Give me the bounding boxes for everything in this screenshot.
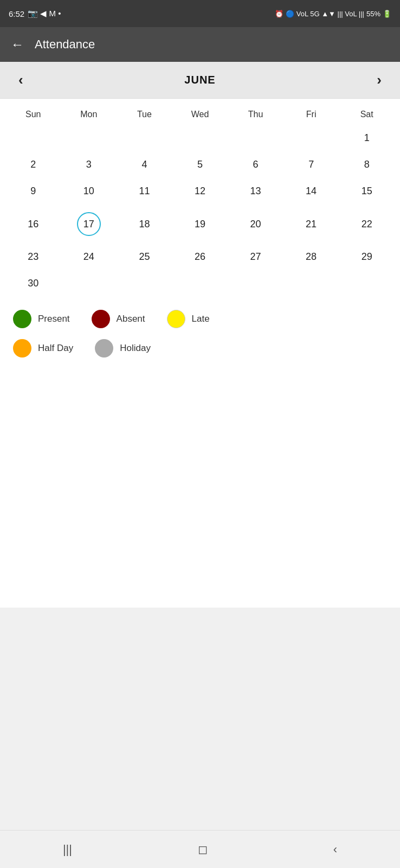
calendar-day-21[interactable]: 21 xyxy=(283,205,339,244)
calendar-day-11[interactable]: 11 xyxy=(117,178,172,205)
calendar-container: ‹ JUNE › Sun Mon Tue Wed Thu Fri Sat 123… xyxy=(0,62,400,608)
day-header-wed: Wed xyxy=(172,104,228,125)
day-header-mon: Mon xyxy=(61,104,117,125)
status-bar: 6:52 📷 ◀ M • ⏰ 🔵 VoL 5G ▲▼ ||| VoL ||| 5… xyxy=(0,0,400,27)
legend-present: Present xyxy=(13,310,70,328)
calendar-day-15[interactable]: 15 xyxy=(339,178,395,205)
bottom-area xyxy=(0,608,400,831)
calendar-day-22[interactable]: 22 xyxy=(339,205,395,244)
day-header-fri: Fri xyxy=(283,104,339,125)
day-header-sat: Sat xyxy=(339,104,395,125)
nav-back-button[interactable]: ‹ xyxy=(333,843,337,857)
calendar-day-6[interactable]: 6 xyxy=(228,151,283,178)
calendar-empty-5-6 xyxy=(339,270,395,297)
calendar-empty-5-1 xyxy=(61,270,117,297)
status-right: ⏰ 🔵 VoL 5G ▲▼ ||| VoL ||| 55% 🔋 xyxy=(275,10,391,18)
calendar-empty-0-2 xyxy=(117,125,172,151)
calendar-day-10[interactable]: 10 xyxy=(61,178,117,205)
calendar-day-7[interactable]: 7 xyxy=(283,151,339,178)
calendar-day-8[interactable]: 8 xyxy=(339,151,395,178)
calendar-day-30[interactable]: 30 xyxy=(5,270,61,297)
prev-month-button[interactable]: ‹ xyxy=(13,72,29,88)
page-title: Attendance xyxy=(35,37,95,52)
status-time: 6:52 xyxy=(9,9,24,18)
absent-dot xyxy=(92,310,110,328)
calendar-day-13[interactable]: 13 xyxy=(228,178,283,205)
legend-halfday: Half Day xyxy=(13,339,73,358)
calendar-day-19[interactable]: 19 xyxy=(172,205,228,244)
legend-holiday: Holiday xyxy=(95,339,151,358)
calendar-day-16[interactable]: 16 xyxy=(5,205,61,244)
today-indicator: 17 xyxy=(77,212,101,236)
calendar-empty-0-1 xyxy=(61,125,117,151)
holiday-dot xyxy=(95,339,113,358)
calendar-day-14[interactable]: 14 xyxy=(283,178,339,205)
calendar-day-18[interactable]: 18 xyxy=(117,205,172,244)
calendar-empty-5-4 xyxy=(228,270,283,297)
calendar-day-23[interactable]: 23 xyxy=(5,244,61,270)
next-month-button[interactable]: › xyxy=(371,72,387,88)
status-icons: 📷 ◀ M • xyxy=(28,9,61,18)
calendar-day-26[interactable]: 26 xyxy=(172,244,228,270)
halfday-dot xyxy=(13,339,31,358)
absent-label: Absent xyxy=(117,314,145,324)
nav-bar: ||| ◻ ‹ xyxy=(0,830,400,868)
calendar-day-29[interactable]: 29 xyxy=(339,244,395,270)
nav-recent-button[interactable]: ||| xyxy=(63,843,72,857)
legend-row-2: Half Day Holiday xyxy=(13,339,387,358)
legend-absent: Absent xyxy=(92,310,145,328)
late-dot xyxy=(167,310,185,328)
month-header: ‹ JUNE › xyxy=(0,62,400,99)
day-header-sun: Sun xyxy=(5,104,61,125)
battery-level: 55% xyxy=(366,10,380,18)
legend-row-1: Present Absent Late xyxy=(13,310,387,328)
calendar-day-24[interactable]: 24 xyxy=(61,244,117,270)
calendar-day-1[interactable]: 1 xyxy=(339,125,395,151)
calendar-day-4[interactable]: 4 xyxy=(117,151,172,178)
top-bar: ← Attendance xyxy=(0,27,400,62)
nav-home-button[interactable]: ◻ xyxy=(198,843,208,857)
calendar-day-20[interactable]: 20 xyxy=(228,205,283,244)
day-header-tue: Tue xyxy=(117,104,172,125)
legend: Present Absent Late Half Day Holiday xyxy=(0,297,400,374)
halfday-label: Half Day xyxy=(38,343,73,354)
calendar-empty-0-3 xyxy=(172,125,228,151)
calendar-day-3[interactable]: 3 xyxy=(61,151,117,178)
calendar-day-25[interactable]: 25 xyxy=(117,244,172,270)
calendar-day-9[interactable]: 9 xyxy=(5,178,61,205)
calendar-empty-0-4 xyxy=(228,125,283,151)
present-dot xyxy=(13,310,31,328)
calendar-empty-5-5 xyxy=(283,270,339,297)
signal-icons: 🔵 VoL 5G ▲▼ ||| VoL ||| xyxy=(286,10,364,18)
calendar-empty-0-5 xyxy=(283,125,339,151)
calendar-grid: 1234567891011121314151617181920212223242… xyxy=(0,125,400,297)
late-label: Late xyxy=(192,314,210,324)
calendar-day-28[interactable]: 28 xyxy=(283,244,339,270)
calendar-day-17[interactable]: 17 xyxy=(61,205,117,244)
status-left: 6:52 📷 ◀ M • xyxy=(9,9,61,18)
battery-icon: 🔋 xyxy=(383,10,391,18)
holiday-label: Holiday xyxy=(120,343,151,354)
calendar-empty-5-3 xyxy=(172,270,228,297)
day-headers: Sun Mon Tue Wed Thu Fri Sat xyxy=(0,99,400,125)
month-title: JUNE xyxy=(184,74,215,86)
present-label: Present xyxy=(38,314,70,324)
day-header-thu: Thu xyxy=(228,104,283,125)
calendar-day-12[interactable]: 12 xyxy=(172,178,228,205)
calendar-day-5[interactable]: 5 xyxy=(172,151,228,178)
alarm-icon: ⏰ xyxy=(275,10,283,18)
calendar-empty-5-2 xyxy=(117,270,172,297)
calendar-day-27[interactable]: 27 xyxy=(228,244,283,270)
calendar-day-2[interactable]: 2 xyxy=(5,151,61,178)
calendar-empty-0-0 xyxy=(5,125,61,151)
back-button[interactable]: ← xyxy=(11,37,24,52)
legend-late: Late xyxy=(167,310,210,328)
